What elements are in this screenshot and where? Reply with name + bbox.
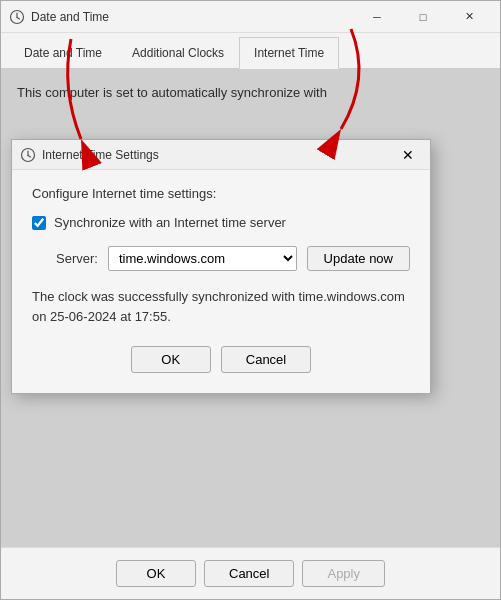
dialog-title: Internet Time Settings (42, 148, 394, 162)
dialog-cancel-button[interactable]: Cancel (221, 346, 311, 373)
maximize-button[interactable]: □ (400, 1, 446, 33)
dialog-subtitle: Configure Internet time settings: (32, 186, 410, 201)
server-select[interactable]: time.windows.com time.nist.gov pool.ntp.… (108, 246, 297, 271)
internet-time-settings-dialog: Internet Time Settings ✕ Configure Inter… (11, 139, 431, 394)
svg-line-2 (17, 17, 20, 19)
dialog-buttons: OK Cancel (32, 346, 410, 377)
minimize-button[interactable]: ─ (354, 1, 400, 33)
close-button[interactable]: ✕ (446, 1, 492, 33)
dialog-overlay: Internet Time Settings ✕ Configure Inter… (1, 69, 500, 547)
dialog-title-bar: Internet Time Settings ✕ (12, 140, 430, 170)
window-title: Date and Time (31, 10, 354, 24)
bottom-bar: OK Cancel Apply (1, 547, 500, 599)
apply-button[interactable]: Apply (302, 560, 385, 587)
svg-line-5 (28, 155, 31, 157)
main-window: Date and Time ─ □ ✕ Date and Time Additi… (0, 0, 501, 600)
sync-checkbox[interactable] (32, 216, 46, 230)
tab-date-time[interactable]: Date and Time (9, 37, 117, 68)
update-now-button[interactable]: Update now (307, 246, 410, 271)
window-icon (9, 9, 25, 25)
cancel-button[interactable]: Cancel (204, 560, 294, 587)
server-row: Server: time.windows.com time.nist.gov p… (32, 246, 410, 271)
title-bar: Date and Time ─ □ ✕ (1, 1, 500, 33)
ok-button[interactable]: OK (116, 560, 196, 587)
title-bar-controls: ─ □ ✕ (354, 1, 492, 33)
server-label: Server: (56, 251, 98, 266)
sync-checkbox-label: Synchronize with an Internet time server (54, 215, 286, 230)
tab-bar: Date and Time Additional Clocks Internet… (1, 33, 500, 69)
sync-checkbox-row: Synchronize with an Internet time server (32, 215, 410, 230)
sync-success-text: The clock was successfully synchronized … (32, 287, 410, 326)
tab-internet-time[interactable]: Internet Time (239, 37, 339, 69)
tab-additional-clocks[interactable]: Additional Clocks (117, 37, 239, 68)
dialog-content: Configure Internet time settings: Synchr… (12, 170, 430, 393)
dialog-close-button[interactable]: ✕ (394, 143, 422, 167)
dialog-icon (20, 147, 36, 163)
content-area: This computer is set to automatically sy… (1, 69, 500, 547)
dialog-ok-button[interactable]: OK (131, 346, 211, 373)
